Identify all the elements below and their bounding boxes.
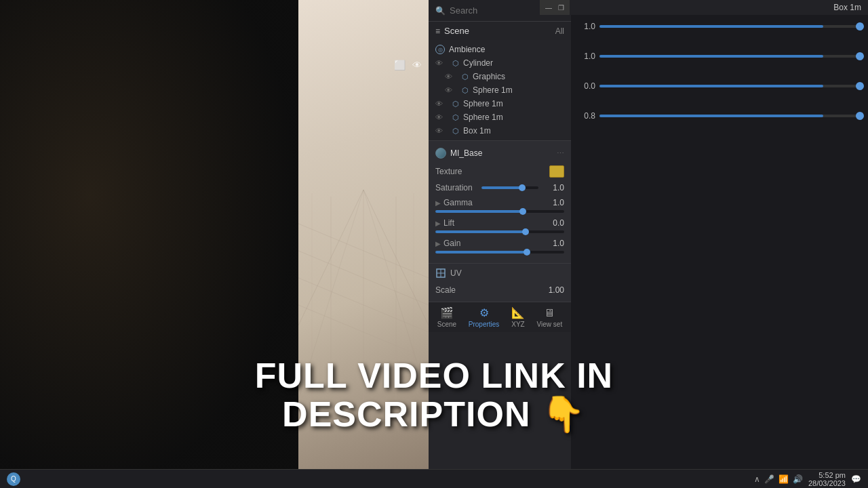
viewset-toolbar-label: View set	[537, 321, 563, 328]
fr-thumb-1[interactable]	[856, 22, 864, 30]
toolbar-scene[interactable]: 🎬 Scene	[437, 306, 456, 328]
fr-track-4[interactable]	[599, 115, 863, 117]
gamma-label: Gamma	[443, 198, 484, 207]
uv-label: UV	[450, 268, 462, 278]
saturation-row: Saturation 1.0	[435, 183, 564, 192]
fr-thumb-4[interactable]	[856, 112, 864, 120]
fr-slider-1: 1.0	[576, 22, 863, 31]
scene-group-ambience: ◎ Ambience 👁 ⬡ Cylinder 👁 ⬡ Graphics	[429, 40, 571, 140]
gain-slider-row	[435, 251, 564, 253]
fr-val-2: 1.0	[576, 52, 595, 61]
scene-item-sphere3[interactable]: 👁 ⬡ Sphere 1m	[435, 110, 564, 124]
scene-lines-icon: ≡	[435, 26, 440, 36]
viewport-frame-icon[interactable]: ⬜	[394, 60, 406, 70]
scene-item-graphics[interactable]: 👁 ⬡ Graphics	[435, 70, 564, 83]
texture-row: Texture	[435, 165, 564, 178]
gain-arrow-icon: ▶	[435, 240, 441, 247]
gain-label: Gain	[443, 239, 484, 248]
restore-button[interactable]: ❐	[556, 3, 566, 12]
scene-item-sphere2[interactable]: 👁 ⬡ Sphere 1m	[435, 97, 564, 110]
minimize-button[interactable]: —	[544, 3, 553, 12]
gamma-slider[interactable]	[435, 210, 564, 213]
fr-thumb-3[interactable]	[856, 82, 864, 90]
viewport-controls: ⬜ 👁	[394, 60, 422, 70]
taskbar-clock: 5:52 pm	[808, 471, 846, 479]
gain-slider[interactable]	[435, 251, 564, 253]
saturation-fill	[481, 186, 522, 189]
search-icon: 🔍	[435, 6, 446, 16]
item-label-graphics: Graphics	[473, 72, 505, 81]
mesh-icon-box1m: ⬡	[452, 127, 459, 136]
taskbar-icons: ∧ 🎤 📶 🔊	[754, 474, 803, 484]
viewport-eye-icon[interactable]: 👁	[412, 60, 422, 70]
item-label-box1m: Box 1m	[463, 126, 491, 136]
lift-arrow-icon: ▶	[435, 220, 441, 227]
fr-slider-4: 0.8	[576, 111, 863, 121]
scene-group-header[interactable]: ◎ Ambience	[435, 43, 564, 56]
xyz-toolbar-label: XYZ	[511, 321, 524, 328]
gamma-thumb[interactable]	[519, 208, 526, 215]
gain-label-row: ▶ Gain 1.0	[435, 239, 564, 248]
saturation-value: 1.0	[544, 183, 564, 192]
saturation-label: Saturation	[435, 183, 476, 192]
taskbar-date: 28/03/2023	[808, 479, 846, 487]
gamma-value: 1.0	[544, 198, 564, 207]
saturation-slider[interactable]	[481, 186, 538, 189]
item-label-sphere1: Sphere 1m	[473, 85, 513, 95]
lift-group: ▶ Lift 0.0	[435, 218, 564, 233]
saturation-track	[481, 186, 538, 189]
fr-thumb-2[interactable]	[856, 52, 864, 60]
uv-section: UV	[429, 263, 571, 283]
gamma-slider-row	[435, 210, 564, 213]
far-right-panel: Box 1m 1.0 1.0 0.0	[571, 0, 868, 488]
eye-icon-graphics: 👁	[445, 73, 452, 81]
fr-slider-2: 1.0	[576, 52, 863, 61]
lift-slider[interactable]	[435, 230, 564, 233]
scene-item-cylinder[interactable]: 👁 ⬡ Cylinder	[435, 56, 564, 70]
scene-item-box1m[interactable]: 👁 ⬡ Box 1m	[435, 124, 564, 138]
taskbar-network-icon[interactable]: 📶	[778, 474, 789, 484]
taskbar-mic-icon[interactable]: 🎤	[764, 474, 774, 484]
taskbar-chevron-icon[interactable]: ∧	[754, 474, 760, 484]
texture-swatch[interactable]	[549, 165, 564, 178]
xyz-toolbar-icon: 📐	[511, 306, 525, 319]
far-right-sliders: 1.0 1.0 0.0 0.	[571, 15, 868, 127]
lift-slider-row	[435, 230, 564, 233]
mesh-icon-sphere1: ⬡	[462, 86, 469, 95]
taskbar-notification-icon[interactable]: 💬	[851, 474, 861, 484]
material-expand-icon[interactable]: ⋯	[557, 149, 564, 158]
scene-all-button[interactable]: All	[555, 26, 564, 36]
scene-items-list: ◎ Ambience 👁 ⬡ Cylinder 👁 ⬡ Graphics	[429, 40, 571, 488]
scene-header: ≡ Scene All	[429, 22, 571, 40]
fr-val-1: 1.0	[576, 22, 595, 31]
fr-track-3[interactable]	[599, 85, 863, 87]
mesh-icon-sphere2: ⬡	[452, 100, 459, 108]
gamma-label-row: ▶ Gamma 1.0	[435, 198, 564, 207]
lift-label: Lift	[443, 218, 484, 228]
gain-thumb[interactable]	[524, 249, 530, 256]
fr-val-4: 0.8	[576, 111, 595, 121]
scale-value: 1.00	[544, 285, 564, 295]
gain-track	[435, 251, 564, 253]
viewport[interactable]: ⬜ 👁	[298, 0, 429, 488]
left-panel	[0, 0, 298, 488]
lift-fill	[435, 230, 526, 233]
taskbar-app-icon[interactable]: Q	[7, 472, 20, 486]
toolbar-xyz[interactable]: 📐 XYZ	[511, 306, 525, 328]
taskbar-left: Q	[7, 472, 20, 486]
taskbar-volume-icon[interactable]: 🔊	[793, 474, 803, 484]
window-controls: — ❐	[540, 0, 570, 15]
lift-thumb[interactable]	[522, 228, 529, 235]
scene-item-sphere1[interactable]: 👁 ⬡ Sphere 1m	[435, 83, 564, 97]
material-header[interactable]: MI_Base ⋯	[429, 145, 571, 161]
toolbar-properties[interactable]: ⚙ Properties	[469, 306, 500, 328]
item-label-sphere3: Sphere 1m	[463, 113, 503, 122]
lift-value: 0.0	[544, 218, 564, 228]
fr-track-2[interactable]	[599, 55, 863, 58]
saturation-thumb[interactable]	[519, 184, 526, 191]
item-label-cylinder: Cylinder	[463, 58, 493, 68]
toolbar-viewset[interactable]: 🖥 View set	[537, 307, 563, 328]
fr-track-1[interactable]	[599, 25, 863, 28]
taskbar-right: ∧ 🎤 📶 🔊 5:52 pm 28/03/2023 💬	[754, 471, 861, 487]
eye-icon-cylinder: 👁	[435, 59, 443, 67]
